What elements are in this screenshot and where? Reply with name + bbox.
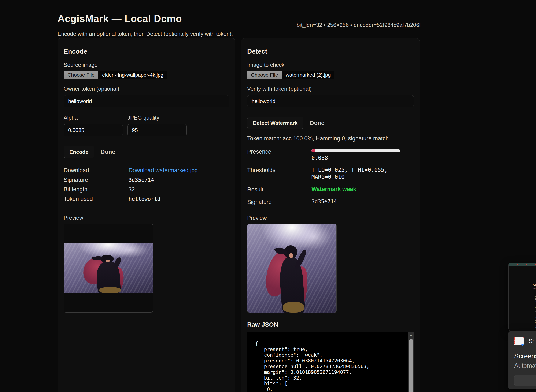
page-title: AegisMark — Local Demo	[57, 13, 182, 24]
detect-preview-label: Preview	[247, 215, 414, 221]
owner-token-label: Owner token (optional)	[64, 86, 229, 92]
detect-watermark-button[interactable]: Detect Watermark	[247, 117, 303, 129]
bit-length-label: Bit length	[64, 186, 129, 193]
token-match-summary: Token match: acc 100.0%, Hamming 0, sign…	[247, 135, 414, 142]
bit-length-value: 32	[129, 186, 135, 192]
snipping-tool-icon: ✂	[514, 337, 524, 345]
source-file-input[interactable]: Choose File elden-ring-wallpaper-4k.jpg	[64, 71, 167, 79]
token-used-value: helloworld	[129, 196, 160, 202]
screenshot-preview-window[interactable]: AegisMark — Local Demo Encode with an op…	[508, 263, 536, 331]
encoder-meta: bit_len=32 • 256×256 • encoder=52f984c9a…	[297, 22, 421, 28]
table-row: Download Download watermarked.jpg	[64, 167, 229, 177]
encode-heading: Encode	[64, 48, 229, 55]
alpha-field[interactable]	[64, 124, 123, 136]
detect-heading: Detect	[247, 48, 414, 55]
presence-label: Presence	[247, 148, 311, 161]
json-scrollbar-thumb[interactable]	[409, 339, 413, 392]
notification-body: Automatic	[514, 362, 536, 369]
scissors-icon: ✂	[520, 341, 527, 348]
presence-meter	[311, 149, 400, 152]
table-row: Token used helloworld	[64, 196, 229, 205]
thresholds-label: Thresholds	[247, 167, 311, 181]
download-watermarked-link[interactable]: Download watermarked.jpg	[129, 167, 198, 174]
raw-json-heading: Raw JSON	[247, 321, 414, 328]
raw-json-text: { "present": true, "confidence": "weak",…	[247, 331, 414, 392]
mini-tab-favicon	[526, 264, 527, 265]
jpeg-quality-field[interactable]	[127, 124, 187, 136]
result-label: Result	[247, 186, 311, 193]
scroll-up-arrow-icon[interactable]: ▲	[408, 331, 414, 338]
signature-label: Signature	[64, 177, 129, 183]
checked-artwork-thumbnail	[247, 224, 336, 313]
page-subtitle: Encode with an optional token, then Dete…	[57, 31, 233, 37]
mini-page-thumbnail: AegisMark — Local Demo Encode with an op…	[529, 283, 536, 331]
presence-meter-fill	[311, 149, 315, 152]
result-value: Watermark weak	[311, 186, 356, 193]
mini-page-title: AegisMark — Local Demo	[533, 283, 536, 287]
mini-tab-favicon	[517, 264, 518, 265]
table-row: Presence 0.038	[247, 148, 414, 161]
check-filename: watermarked (2).jpg	[282, 71, 334, 79]
encode-button[interactable]: Encode	[64, 146, 94, 158]
notification-title: Screensho	[514, 352, 536, 360]
download-label: Download	[64, 167, 129, 174]
choose-file-button[interactable]: Choose File	[64, 71, 98, 79]
table-row: Result Watermark weak	[247, 186, 414, 193]
owner-token-field[interactable]	[64, 95, 229, 107]
table-row: Signature 3d35e714	[64, 177, 229, 186]
mini-page-subtitle: Encode with an optional token, then Dete…	[533, 288, 536, 289]
table-row: Thresholds T_LO=0.025, T_HI=0.055, MARG=…	[247, 167, 414, 181]
source-filename: elden-ring-wallpaper-4k.jpg	[98, 71, 167, 79]
detect-signature-label: Signature	[247, 198, 311, 205]
watermarked-artwork-thumbnail	[64, 243, 153, 293]
table-row: Bit length 32	[64, 186, 229, 196]
mini-tab-favicon	[535, 264, 536, 265]
page: AegisMark — Local Demo Encode with an op…	[0, 0, 536, 392]
detect-results: Presence 0.038 Thresholds T_LO=0.025, T_…	[247, 148, 414, 205]
detect-preview-image	[247, 224, 337, 313]
snipping-tool-notification[interactable]: ✂ Snipping Screensho Automatic	[508, 331, 536, 389]
encode-results: Download Download watermarked.jpg Signat…	[64, 167, 229, 205]
encode-panel: Encode Source image Choose File elden-ri…	[57, 38, 235, 392]
signature-value: 3d35e714	[129, 177, 154, 183]
raw-json-output[interactable]: { "present": true, "confidence": "weak",…	[247, 331, 414, 392]
notification-action-button[interactable]	[514, 375, 536, 386]
verify-token-field[interactable]	[247, 95, 414, 107]
encode-preview-image	[64, 224, 153, 313]
check-file-input[interactable]: Choose File watermarked (2).jpg	[247, 71, 334, 79]
choose-file-button[interactable]: Choose File	[247, 71, 282, 79]
detect-status: Done	[310, 120, 324, 126]
jpeg-quality-label: JPEG quality	[127, 115, 187, 121]
encode-preview-label: Preview	[64, 215, 229, 221]
mini-encode-panel: Encode Source image Choose File Owner to…	[533, 291, 536, 330]
token-used-label: Token used	[64, 196, 129, 202]
source-image-label: Source image	[64, 62, 229, 68]
detect-signature-value: 3d35e714	[311, 198, 337, 205]
thresholds-value: T_LO=0.025, T_HI=0.055, MARG=0.010	[311, 167, 388, 181]
verify-token-label: Verify with token (optional)	[247, 86, 414, 92]
presence-value: 0.038	[311, 155, 400, 161]
image-to-check-label: Image to check	[247, 62, 414, 68]
json-scrollbar[interactable]: ▲	[408, 331, 414, 392]
table-row: Signature 3d35e714	[247, 198, 414, 205]
encode-status: Done	[100, 149, 115, 155]
mini-browser-tabbar	[508, 263, 536, 266]
detect-panel: Detect Image to check Choose File waterm…	[241, 38, 420, 392]
notification-app-name: Snipping	[529, 338, 536, 345]
alpha-label: Alpha	[64, 115, 123, 121]
